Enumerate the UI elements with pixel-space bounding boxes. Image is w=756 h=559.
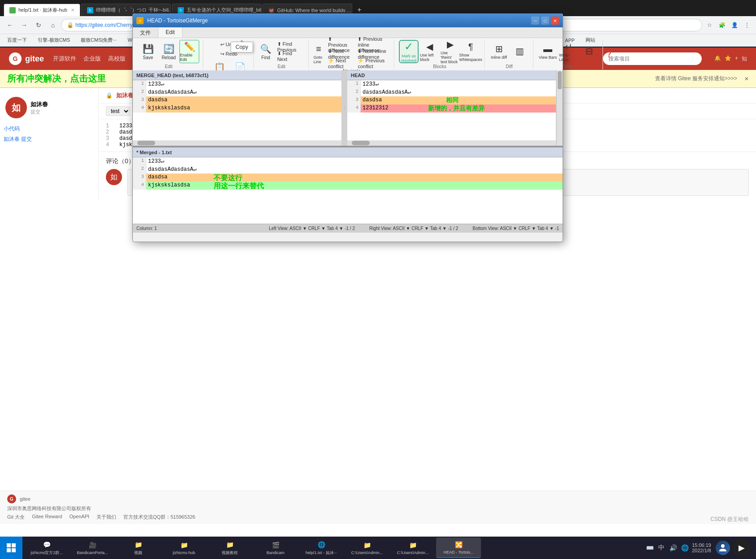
home-button[interactable]: ⌂ bbox=[47, 19, 59, 31]
back-button[interactable]: ← bbox=[4, 19, 16, 31]
user-icon[interactable]: 知 bbox=[742, 55, 747, 63]
footer-openapi[interactable]: OpenAPI bbox=[69, 514, 89, 520]
tray-keyboard-icon[interactable]: ⌨️ bbox=[645, 543, 654, 552]
sidebar-commit-link[interactable]: 如沐春 提交 bbox=[0, 134, 98, 144]
taskbar-item-7[interactable]: 🌐 help/1.txt - 如沐··· bbox=[299, 537, 344, 558]
prev-inline-button[interactable]: ⬆ Previous inline difference bbox=[354, 40, 390, 49]
mark-resolved-button[interactable]: ✓ Mark as resolved bbox=[399, 40, 419, 63]
blocks-items: ✓ Mark as resolved ◀ Use left block ▶ Us… bbox=[399, 40, 481, 63]
next-conflict-button[interactable]: ⚡ Next conflict bbox=[325, 59, 354, 68]
repo-name[interactable]: 如沐春 bbox=[116, 91, 134, 100]
tray-sound-icon[interactable]: 🔊 bbox=[669, 543, 677, 552]
sidebar-code-link[interactable]: 小代码 bbox=[0, 124, 98, 134]
use-theirs-button[interactable]: ▶ Use 'theirs' text block bbox=[440, 40, 460, 63]
tray-media-button[interactable]: ▶ bbox=[733, 539, 751, 557]
bottom-linenum-4: 4 bbox=[133, 182, 146, 190]
merge-window-buttons: ─ □ ✕ bbox=[531, 17, 559, 25]
account-icon[interactable]: 👤 bbox=[729, 20, 740, 30]
tab-1[interactable]: help/1.txt · 如沐春-hub ✕ bbox=[4, 4, 80, 16]
branch-select[interactable]: test bbox=[106, 106, 130, 116]
diff-button2[interactable]: ▥ bbox=[510, 40, 529, 63]
bookmark-baidu[interactable]: 百度一下 bbox=[4, 35, 31, 45]
tab-close-1[interactable]: ✕ bbox=[71, 8, 74, 13]
taskbar-item-4[interactable]: 📁 jizhicms-hub bbox=[162, 537, 206, 558]
find-button[interactable]: 🔍 Find bbox=[258, 40, 273, 63]
notifications-icon[interactable]: 🔔 bbox=[714, 55, 721, 63]
left-hscrollbar[interactable] bbox=[133, 140, 341, 146]
stars-icon[interactable]: ⭐ bbox=[725, 55, 731, 63]
ribbon-tab-file[interactable]: 文件 bbox=[133, 27, 158, 38]
goto-line-button[interactable]: ≡ Goto Line bbox=[313, 42, 324, 65]
close-button[interactable]: ✕ bbox=[551, 17, 559, 25]
diff-panel-right-content[interactable]: 1 1233↵ 2 dasdasAdasdasA↵ 3 dasdsa 相同 4 bbox=[347, 80, 556, 140]
taskbar-item-3[interactable]: 📁 视频 bbox=[116, 537, 161, 558]
use-theirs-icon: ▶ bbox=[447, 39, 454, 50]
nav-enterprise[interactable]: 企业版 bbox=[83, 55, 101, 63]
extensions-icon[interactable]: 🧩 bbox=[717, 20, 727, 30]
help-icon[interactable]: ❓ bbox=[604, 39, 614, 69]
find-previous-button[interactable]: ⬆ Find Previous bbox=[274, 43, 305, 52]
taskbar-item-6[interactable]: 🎬 Bandicam bbox=[253, 537, 298, 558]
gitee-logo-icon: G bbox=[9, 52, 22, 65]
tab-favicon-3: b bbox=[178, 7, 184, 13]
save-button[interactable]: 💾 Save bbox=[138, 40, 158, 63]
nav-university[interactable]: 高校版 bbox=[108, 55, 126, 63]
bookmark-cms[interactable]: 极致CMS|免费··· bbox=[77, 35, 120, 45]
merge-titlebar: ⚡ HEAD - TortoiseGitMerge ─ □ ✕ bbox=[133, 14, 563, 27]
diff-panel-left-content[interactable]: 1 1233↵ 2 dasdasAdasdasA↵ 3 dasdsa 4 kjs… bbox=[133, 80, 341, 140]
show-whitespaces-button[interactable]: ¶ Show Whitespaces bbox=[461, 40, 481, 63]
right-vscrollbar[interactable] bbox=[556, 70, 563, 146]
diff-splitter[interactable]: ⋮ bbox=[342, 70, 347, 146]
bottom-linecontent-3: dasdsa bbox=[146, 173, 563, 182]
taskbar-item-1[interactable]: 💬 jizhicms官方2群... bbox=[24, 537, 69, 558]
line-content-1: 1233 bbox=[119, 123, 132, 129]
prev-conflict-button[interactable]: ⚡ Previous conflict bbox=[354, 59, 390, 68]
notice-link[interactable]: 查看详情 Gitee 服务安排通知>>>> bbox=[655, 75, 737, 82]
show-whitespaces-label: Show Whitespaces bbox=[459, 53, 482, 62]
user-avatar-tray[interactable] bbox=[716, 541, 730, 555]
inline-diff-button[interactable]: ⊞ Inline diff bbox=[489, 40, 509, 63]
plus-icon[interactable]: + bbox=[735, 55, 738, 63]
right-hscrollbar[interactable] bbox=[347, 140, 556, 146]
gitee-search-input[interactable] bbox=[603, 52, 702, 65]
notice-close-icon[interactable]: ✕ bbox=[744, 76, 749, 82]
tab-favicon-2: b bbox=[87, 7, 93, 13]
ribbon-tab-edit[interactable]: Edit bbox=[158, 27, 183, 38]
taskbar-item-5[interactable]: 📁 视频教程 bbox=[207, 537, 252, 558]
view-bars-button[interactable]: ▬ View Bars bbox=[538, 40, 558, 63]
bookmark-engine[interactable]: 引擎-极致CMS bbox=[34, 35, 74, 45]
footer-reward[interactable]: Gitee Reward bbox=[32, 514, 62, 520]
taskbar-item-10[interactable]: 🔀 HEAD - Tortois... bbox=[436, 537, 481, 558]
next-inline-button[interactable]: ⬇ Next inline difference bbox=[354, 49, 390, 58]
menu-icon[interactable]: ⋮ bbox=[742, 20, 752, 30]
annotation-use-instead: 用这一行来替代 bbox=[214, 182, 264, 191]
bottom-line-2: 2 dasdasAdasdasA↵ bbox=[133, 165, 563, 173]
forward-button[interactable]: → bbox=[18, 19, 31, 31]
footer-git[interactable]: Git 大全 bbox=[7, 514, 25, 520]
minimize-button[interactable]: ─ bbox=[531, 17, 539, 25]
reload-button[interactable]: 🔄 Reload bbox=[159, 40, 179, 63]
taskbar-item-9[interactable]: 📁 C:\Users\Admin... bbox=[390, 537, 435, 558]
use-left-block-button[interactable]: ◀ Use left block bbox=[420, 40, 439, 63]
tray-network-icon[interactable]: 🌐 bbox=[680, 543, 689, 552]
tray-lang-icon[interactable]: 中 bbox=[657, 543, 666, 552]
status-left-view: Left View: ASCII ▼ CRLF ▼ Tab 4 ▼ -1 / 2 bbox=[269, 226, 355, 231]
line-num-3: 3 bbox=[106, 135, 119, 142]
wrap-lines-button[interactable]: ↵ Wrap Lines bbox=[559, 40, 578, 63]
footer-about[interactable]: 关于我们 bbox=[96, 514, 116, 520]
prev-diff-button[interactable]: ⬆ Previous difference bbox=[325, 40, 354, 49]
diff-bottom-content[interactable]: 1 1233↵ 2 dasdasAdasdasA↵ 3 dasdsa 不要这行 … bbox=[133, 157, 563, 227]
nav-opensource[interactable]: 开源软件 bbox=[53, 55, 76, 63]
taskbar-item-8[interactable]: 📁 C:\Users\Admin... bbox=[345, 537, 389, 558]
taskbar-item-2[interactable]: 🎥 BandicamPorta... bbox=[70, 537, 115, 558]
maximize-button[interactable]: □ bbox=[541, 17, 549, 25]
view-button3[interactable]: ⊟ bbox=[579, 40, 599, 63]
bookmark-star-icon[interactable]: ☆ bbox=[704, 20, 715, 30]
find-next-button[interactable]: ⬇ Find Next bbox=[274, 52, 305, 61]
footer-logo: G bbox=[7, 494, 16, 503]
start-button[interactable] bbox=[0, 537, 22, 559]
right-linenum-2: 2 bbox=[347, 88, 361, 96]
next-diff-button[interactable]: ⬇ Next difference bbox=[325, 49, 354, 58]
reload-button[interactable]: ↻ bbox=[32, 19, 45, 31]
enable-edit-button[interactable]: ✏️ Enable Edit bbox=[179, 40, 199, 63]
